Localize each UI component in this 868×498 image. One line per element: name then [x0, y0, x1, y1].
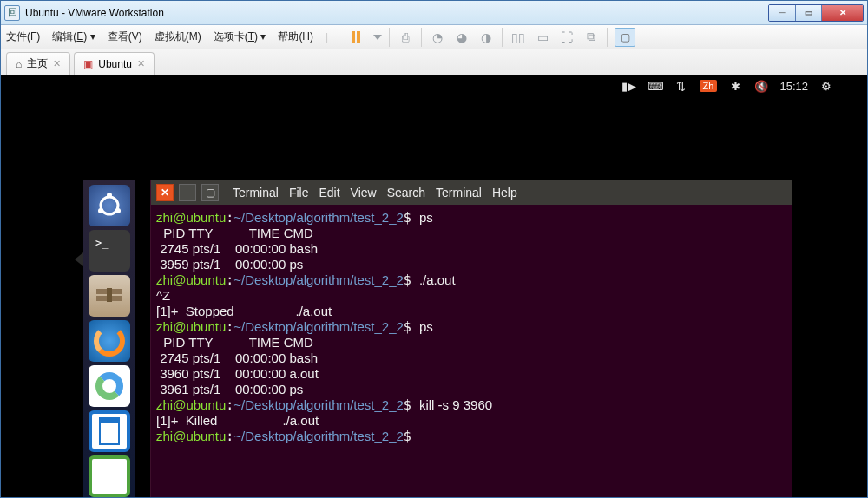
svg-point-0 — [101, 197, 118, 214]
minimize-button[interactable]: ─ — [769, 5, 795, 21]
separator — [502, 28, 503, 47]
keyboard-icon[interactable]: ⌨ — [648, 80, 663, 93]
clock-icon[interactable]: ◑ — [477, 29, 495, 46]
pause-dropdown-icon[interactable] — [373, 35, 382, 40]
clock-icon[interactable]: ◔ — [429, 29, 446, 46]
svg-rect-6 — [107, 288, 112, 302]
monitor-icon: ▣ — [83, 58, 93, 70]
writer-icon[interactable] — [89, 410, 130, 452]
files-icon[interactable] — [89, 275, 130, 317]
maximize-button[interactable]: ▭ — [795, 5, 821, 21]
term-menu-help[interactable]: Help — [492, 186, 517, 200]
svg-point-3 — [115, 208, 121, 213]
calc-icon[interactable] — [89, 455, 130, 497]
vmware-icon: 回 — [4, 5, 20, 21]
unity-launcher — [83, 180, 135, 497]
tab-label: 主页 — [27, 56, 48, 71]
titlebar: 回 Ubuntu - VMware Workstation ─ ▭ ✕ — [1, 1, 867, 25]
network-icon[interactable]: ⇅ — [674, 80, 689, 93]
terminal-window: ✕ ─ ▢ Terminal File Edit View Search Ter… — [150, 180, 792, 497]
tab-ubuntu[interactable]: ▣ Ubuntu ✕ — [74, 52, 155, 75]
toolbar: ⎙ ◔ ◕ ◑ ▯▯ ▭ ⛶ ⧉ ▢ — [347, 28, 635, 47]
volume-icon[interactable]: 🔇 — [753, 80, 769, 93]
side-view-icon[interactable]: ▯▯ — [510, 29, 527, 46]
terminal-titlebar: ✕ ─ ▢ Terminal File Edit View Search Ter… — [151, 180, 792, 205]
menu-help[interactable]: 帮助(H) — [278, 29, 313, 44]
svg-point-1 — [107, 193, 112, 198]
quick-switch-button[interactable]: ▢ — [615, 28, 635, 47]
clock[interactable]: 15:12 — [779, 80, 808, 93]
term-minimize-button[interactable]: ─ — [179, 184, 196, 201]
tab-close-icon[interactable]: ✕ — [137, 58, 145, 69]
menu-tabs[interactable]: 选项卡(T) ▾ — [214, 29, 266, 44]
tab-home[interactable]: ⌂ 主页 ✕ — [6, 52, 70, 75]
term-menu-view[interactable]: View — [351, 186, 377, 200]
chromium-icon[interactable] — [89, 365, 130, 407]
gear-icon[interactable]: ⚙ — [819, 80, 834, 93]
term-menu-edit[interactable]: Edit — [319, 186, 339, 200]
menubar: 文件(F) 编辑(E) ▾ 查看(V) 虚拟机(M) 选项卡(T) ▾ 帮助(H… — [1, 25, 867, 49]
menu-vm[interactable]: 虚拟机(M) — [155, 29, 201, 44]
terminal-output[interactable]: zhi@ubuntu:~/Desktop/algorithm/test_2_2$… — [151, 205, 792, 497]
term-menu-terminal[interactable]: Terminal — [233, 186, 279, 200]
menu-edit[interactable]: 编辑(E) ▾ — [52, 29, 95, 44]
term-menu-file[interactable]: File — [289, 186, 309, 200]
window-title: Ubuntu - VMware Workstation — [25, 7, 768, 19]
tab-strip: ⌂ 主页 ✕ ▣ Ubuntu ✕ — [1, 49, 867, 75]
fullscreen-icon[interactable]: ⛶ — [558, 29, 575, 46]
close-button[interactable]: ✕ — [821, 5, 863, 21]
menu-file[interactable]: 文件(F) — [6, 29, 40, 44]
vm-display[interactable]: ▮▶ ⌨ ⇅ Zh ✱ 🔇 15:12 ⚙ — [1, 75, 867, 497]
separator — [389, 28, 390, 47]
monitor-icon[interactable]: ▭ — [534, 29, 551, 46]
terminal-icon[interactable] — [89, 230, 130, 272]
term-menu-search[interactable]: Search — [387, 186, 425, 200]
separator — [421, 28, 422, 47]
ime-indicator[interactable]: Zh — [700, 80, 718, 92]
unity-icon[interactable]: ⧉ — [582, 29, 600, 46]
separator — [607, 28, 608, 47]
term-menu-terminal2[interactable]: Terminal — [436, 186, 482, 200]
home-icon: ⌂ — [16, 58, 22, 70]
firefox-icon[interactable] — [89, 320, 130, 362]
tab-close-icon[interactable]: ✕ — [53, 58, 61, 69]
bluetooth-icon[interactable]: ✱ — [727, 80, 743, 93]
clock-icon[interactable]: ◕ — [453, 29, 470, 46]
app-window: 回 Ubuntu - VMware Workstation ─ ▭ ✕ 文件(F… — [0, 0, 868, 498]
panel-icon[interactable]: ▮▶ — [621, 80, 637, 93]
pause-button[interactable] — [347, 29, 365, 46]
tab-label: Ubuntu — [98, 58, 132, 70]
ubuntu-panel: ▮▶ ⌨ ⇅ Zh ✱ 🔇 15:12 ⚙ — [621, 75, 834, 96]
term-maximize-button[interactable]: ▢ — [201, 184, 219, 201]
dash-icon[interactable] — [89, 185, 130, 226]
terminal-menubar: Terminal File Edit View Search Terminal … — [224, 186, 517, 200]
window-controls: ─ ▭ ✕ — [768, 4, 864, 22]
svg-point-2 — [98, 208, 103, 213]
snapshot-icon[interactable]: ⎙ — [397, 29, 414, 46]
menu-view[interactable]: 查看(V) — [108, 29, 142, 44]
term-close-button[interactable]: ✕ — [156, 184, 174, 201]
